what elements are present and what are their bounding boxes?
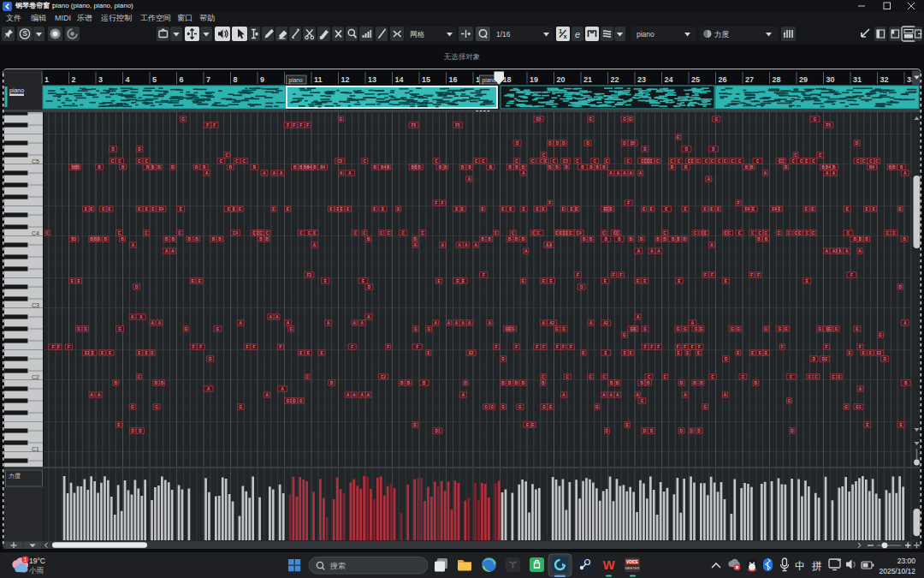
svg-text:G: G xyxy=(629,117,632,122)
svg-text:E: E xyxy=(765,351,767,355)
svg-text:力度: 力度 xyxy=(714,30,730,39)
svg-text:E: E xyxy=(341,207,343,212)
svg-text:E: E xyxy=(549,279,552,283)
svg-text:F: F xyxy=(737,201,740,206)
svg-text:G: G xyxy=(562,327,566,331)
svg-text:26: 26 xyxy=(719,75,727,84)
svg-text:19°C: 19°C xyxy=(29,557,45,565)
svg-text:E: E xyxy=(752,207,755,212)
svg-text:E: E xyxy=(570,207,572,212)
svg-text:F: F xyxy=(556,345,559,349)
svg-text:E: E xyxy=(92,351,94,355)
svg-text:E: E xyxy=(710,207,713,212)
svg-text:F: F xyxy=(562,345,565,349)
svg-text:1: 1 xyxy=(24,557,27,563)
svg-text:E: E xyxy=(299,351,302,355)
svg-text:G: G xyxy=(779,327,782,331)
svg-text:G2: G2 xyxy=(630,327,636,331)
svg-text:G: G xyxy=(623,117,626,122)
svg-text:G: G xyxy=(695,327,698,331)
svg-text:E: E xyxy=(866,423,868,427)
svg-text:C3: C3 xyxy=(32,302,39,308)
svg-text:E: E xyxy=(677,351,679,355)
svg-text:力度: 力度 xyxy=(9,473,21,480)
svg-text:E: E xyxy=(336,207,339,212)
svg-text:G: G xyxy=(512,327,515,331)
svg-text:G: G xyxy=(879,333,882,337)
svg-text:E: E xyxy=(650,207,653,212)
svg-text:E: E xyxy=(109,351,111,355)
svg-text:E: E xyxy=(862,351,865,355)
svg-text:S: S xyxy=(22,29,27,38)
svg-text:F5: F5 xyxy=(826,123,832,128)
svg-text:G5: G5 xyxy=(536,117,542,122)
svg-text:F: F xyxy=(757,273,760,277)
svg-text:E: E xyxy=(151,207,154,212)
svg-text:12: 12 xyxy=(341,75,350,84)
svg-text:E: E xyxy=(145,207,148,212)
svg-text:G: G xyxy=(814,117,817,122)
svg-text:24: 24 xyxy=(665,75,673,84)
svg-text:E: E xyxy=(233,207,235,212)
svg-text:E: E xyxy=(456,279,459,283)
svg-text:F: F xyxy=(577,273,579,277)
svg-text:E: E xyxy=(630,351,632,355)
svg-text:G: G xyxy=(731,327,734,331)
svg-text:E: E xyxy=(575,207,578,212)
svg-text:E: E xyxy=(462,279,465,283)
svg-text:1/16: 1/16 xyxy=(496,30,511,39)
svg-text:F: F xyxy=(287,123,289,128)
svg-text:W: W xyxy=(602,557,615,572)
svg-text:E: E xyxy=(307,351,310,355)
svg-text:E: E xyxy=(737,351,739,355)
svg-text:G: G xyxy=(340,117,343,122)
svg-text:F: F xyxy=(199,345,202,349)
svg-text:E: E xyxy=(101,351,104,355)
svg-text:8: 8 xyxy=(234,75,238,84)
svg-text:G: G xyxy=(641,399,644,403)
svg-text:F: F xyxy=(711,273,714,277)
svg-text:E: E xyxy=(899,207,902,212)
svg-text:F: F xyxy=(657,345,660,349)
svg-text:G: G xyxy=(684,327,687,331)
svg-text:E: E xyxy=(637,279,639,283)
svg-text:piano: piano xyxy=(637,30,654,39)
svg-text:E: E xyxy=(643,207,645,212)
svg-text:G1: G1 xyxy=(287,399,293,403)
svg-text:F5: F5 xyxy=(412,123,417,128)
svg-text:F: F xyxy=(387,345,389,349)
svg-text:E: E xyxy=(151,351,154,355)
svg-text:E: E xyxy=(414,423,417,427)
svg-text:B3: B3 xyxy=(71,237,76,241)
svg-text:A2: A2 xyxy=(549,321,554,325)
svg-text:E: E xyxy=(562,207,565,212)
svg-text:E: E xyxy=(329,207,332,212)
svg-text:21: 21 xyxy=(583,75,592,84)
svg-text:G: G xyxy=(623,333,626,337)
svg-text:中: 中 xyxy=(795,560,805,572)
svg-text:23: 23 xyxy=(637,75,646,84)
svg-text:G: G xyxy=(216,327,220,331)
svg-text:F: F xyxy=(750,273,753,277)
svg-text:E: E xyxy=(362,279,364,283)
svg-text:E4: E4 xyxy=(772,207,777,212)
svg-text:E: E xyxy=(522,279,524,283)
svg-text:E: E xyxy=(605,351,607,355)
svg-text:22: 22 xyxy=(611,75,619,84)
svg-text:C5: C5 xyxy=(32,158,39,164)
svg-text:E: E xyxy=(71,279,74,283)
svg-text:E: E xyxy=(526,423,529,427)
svg-text:1: 1 xyxy=(44,75,49,84)
svg-text:E: E xyxy=(532,423,535,427)
svg-text:20: 20 xyxy=(557,75,566,84)
svg-text:E: E xyxy=(117,423,120,427)
svg-text:F: F xyxy=(781,345,784,349)
svg-text:B4: B4 xyxy=(869,165,874,170)
svg-text:F: F xyxy=(192,345,195,349)
svg-text:E: E xyxy=(481,207,483,212)
svg-text:E: E xyxy=(778,207,780,212)
svg-text:E: E xyxy=(373,207,376,212)
svg-text:E: E xyxy=(90,207,92,212)
svg-text:G: G xyxy=(856,327,859,331)
svg-text:B4: B4 xyxy=(320,165,325,170)
